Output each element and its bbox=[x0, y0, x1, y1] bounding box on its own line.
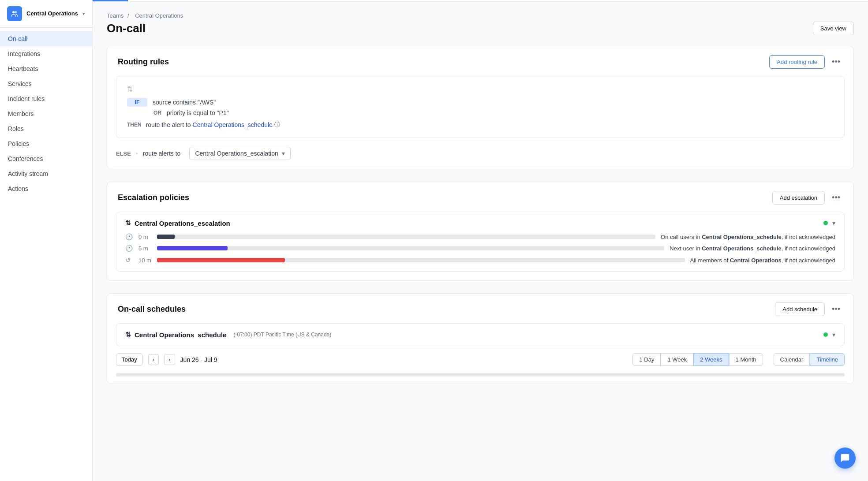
escalation-more-button[interactable]: ••• bbox=[829, 192, 843, 203]
sidebar-logo bbox=[7, 6, 22, 21]
view-type-buttons: Calendar Timeline bbox=[774, 353, 845, 366]
schedule-name: ⇅ Central Operations_schedule (-07:00) P… bbox=[125, 331, 331, 339]
routing-rules-header: Routing rules Add routing rule ••• bbox=[107, 46, 853, 76]
step-3-refresh-icon: ↺ bbox=[125, 256, 133, 264]
escalation-header: Escalation policies Add escalation ••• bbox=[107, 182, 853, 212]
step-3-bar-container bbox=[157, 258, 685, 262]
schedules-section: On-call schedules Add schedule ••• ⇅ Cen… bbox=[107, 293, 854, 384]
step-3-bar-bg bbox=[285, 258, 685, 262]
timeline-view-button[interactable]: Timeline bbox=[810, 353, 845, 366]
schedule-item-header: ⇅ Central Operations_schedule (-07:00) P… bbox=[116, 323, 845, 346]
content-area: Teams / Central Operations On-call Save … bbox=[93, 2, 868, 407]
step-2-bar-bg bbox=[228, 246, 664, 250]
step-1-bar-container bbox=[157, 235, 655, 239]
routing-rules-more-button[interactable]: ••• bbox=[829, 56, 843, 67]
step-1-bar bbox=[157, 235, 175, 239]
view-1month-button[interactable]: 1 Month bbox=[729, 353, 763, 366]
escalation-drag-icon[interactable]: ⇅ bbox=[125, 219, 131, 227]
main-content: Teams / Central Operations On-call Save … bbox=[93, 0, 868, 481]
else-dot: • bbox=[136, 152, 138, 156]
sidebar-item-incident-rules[interactable]: Incident rules bbox=[0, 91, 92, 106]
chevron-down-icon: ▾ bbox=[82, 11, 85, 17]
prev-button[interactable]: ‹ bbox=[148, 354, 159, 365]
breadcrumb-current: Central Operations bbox=[135, 12, 183, 19]
calendar-controls: Today ‹ › Jun 26 - Jul 9 1 Day 1 Week 2 … bbox=[107, 353, 853, 373]
escalation-step-2: 🕐 5 m Next user in Central Operations_sc… bbox=[125, 245, 835, 252]
sidebar-item-activity-stream[interactable]: Activity stream bbox=[0, 166, 92, 181]
schedules-more-button[interactable]: ••• bbox=[829, 304, 843, 315]
then-badge: THEN bbox=[127, 122, 142, 128]
collapse-icon[interactable]: ▾ bbox=[832, 220, 835, 227]
escalation-steps: 🕐 0 m On call users in Central Operation… bbox=[125, 233, 835, 264]
schedule-controls: ▾ bbox=[823, 331, 835, 338]
sidebar-item-heartbeats[interactable]: Heartbeats bbox=[0, 61, 92, 76]
escalation-controls: ▾ bbox=[823, 220, 835, 227]
then-schedule-link[interactable]: Central Operations_schedule bbox=[193, 121, 273, 128]
then-text: route the alert to Central Operations_sc… bbox=[146, 121, 273, 128]
view-1week-button[interactable]: 1 Week bbox=[661, 353, 693, 366]
chat-button[interactable] bbox=[834, 447, 856, 469]
step-1-bar-bg bbox=[175, 235, 655, 239]
schedules-actions: Add schedule ••• bbox=[775, 302, 843, 316]
add-schedule-button[interactable]: Add schedule bbox=[775, 302, 825, 316]
sidebar-item-members[interactable]: Members bbox=[0, 106, 92, 121]
escalation-item-header: ⇅ Central Operations_escalation ▾ bbox=[125, 219, 835, 227]
today-button[interactable]: Today bbox=[116, 353, 143, 366]
active-tab-indicator bbox=[93, 0, 128, 1]
schedule-name-text: Central Operations_schedule bbox=[135, 331, 226, 339]
view-1day-button[interactable]: 1 Day bbox=[632, 353, 661, 366]
breadcrumb: Teams / Central Operations bbox=[107, 12, 854, 19]
add-routing-rule-button[interactable]: Add routing rule bbox=[769, 55, 825, 69]
dropdown-arrow-icon: ▾ bbox=[282, 150, 285, 157]
sidebar-item-actions[interactable]: Actions bbox=[0, 181, 92, 196]
sidebar-item-conferences[interactable]: Conferences bbox=[0, 151, 92, 166]
page-title: On-call bbox=[107, 22, 146, 35]
step-3-desc: All members of Central Operations, if no… bbox=[690, 257, 835, 264]
sidebar-item-roles[interactable]: Roles bbox=[0, 121, 92, 136]
or-label: OR bbox=[153, 109, 161, 116]
sidebar-header[interactable]: Central Operations ▾ bbox=[0, 0, 92, 28]
routing-rules-title: Routing rules bbox=[118, 57, 169, 67]
escalation-actions: Add escalation ••• bbox=[772, 191, 843, 205]
sidebar-item-integrations[interactable]: Integrations bbox=[0, 46, 92, 61]
escalation-item: ⇅ Central Operations_escalation ▾ 🕐 0 m bbox=[116, 212, 845, 272]
sidebar-item-oncall[interactable]: On-call bbox=[0, 31, 92, 46]
save-view-button[interactable]: Save view bbox=[813, 22, 854, 35]
rule-if-line: IF source contains "AWS" OR priority is … bbox=[127, 98, 834, 116]
info-icon[interactable]: ⓘ bbox=[274, 121, 280, 129]
calendar-view-button[interactable]: Calendar bbox=[774, 353, 810, 366]
calendar-bar bbox=[116, 373, 845, 377]
schedules-header: On-call schedules Add schedule ••• bbox=[107, 294, 853, 323]
rule-condition-2: priority is equal to "P1" bbox=[167, 108, 229, 116]
else-row: ELSE • route alerts to Central Operation… bbox=[116, 147, 845, 160]
date-range: Jun 26 - Jul 9 bbox=[180, 356, 217, 363]
schedules-title: On-call schedules bbox=[118, 305, 186, 314]
calendar-spacer bbox=[107, 377, 853, 384]
step-2-time: 5 m bbox=[138, 245, 152, 252]
escalation-name-text: Central Operations_escalation bbox=[135, 220, 230, 227]
schedule-drag-icon[interactable]: ⇅ bbox=[125, 331, 131, 339]
schedule-timezone: (-07:00) PDT Pacific Time (US & Canada) bbox=[233, 332, 331, 338]
add-escalation-button[interactable]: Add escalation bbox=[772, 191, 825, 205]
if-badge: IF bbox=[127, 98, 147, 107]
escalation-title: Escalation policies bbox=[118, 193, 189, 202]
step-3-bar bbox=[157, 258, 285, 262]
svg-point-1 bbox=[15, 11, 17, 13]
top-bar bbox=[93, 0, 868, 2]
drag-handle-icon[interactable]: ⇅ bbox=[127, 85, 834, 93]
escalation-name: ⇅ Central Operations_escalation bbox=[125, 219, 230, 227]
step-1-clock-icon: 🕐 bbox=[125, 233, 133, 240]
routing-rule-box: ⇅ IF source contains "AWS" OR priority i… bbox=[116, 76, 845, 138]
view-2weeks-button[interactable]: 2 Weeks bbox=[693, 353, 729, 366]
sidebar-item-services[interactable]: Services bbox=[0, 76, 92, 91]
next-button[interactable]: › bbox=[164, 354, 175, 365]
sidebar-item-policies[interactable]: Policies bbox=[0, 136, 92, 151]
step-2-bar-container bbox=[157, 246, 664, 250]
svg-point-0 bbox=[12, 11, 15, 13]
else-text: route alerts to bbox=[143, 150, 181, 157]
step-1-desc: On call users in Central Operations_sche… bbox=[661, 234, 835, 240]
step-3-time: 10 m bbox=[138, 257, 152, 264]
else-dropdown[interactable]: Central Operations_escalation ▾ bbox=[189, 147, 290, 160]
breadcrumb-teams[interactable]: Teams bbox=[107, 12, 123, 19]
schedule-collapse-icon[interactable]: ▾ bbox=[832, 331, 835, 338]
